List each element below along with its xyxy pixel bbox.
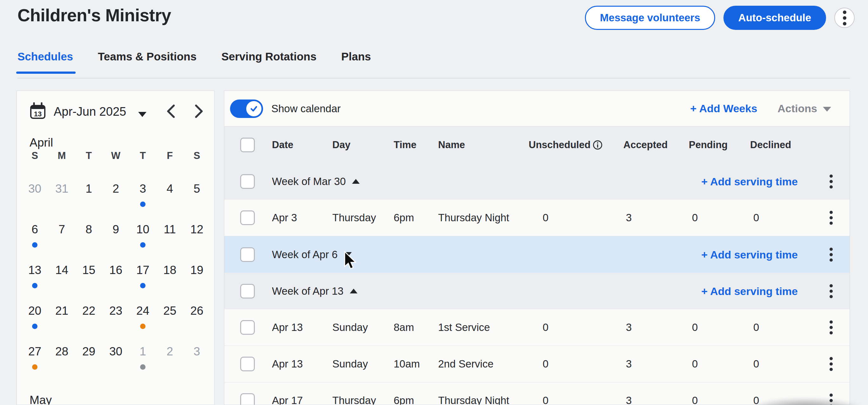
row-checkbox[interactable] <box>240 210 255 225</box>
calendar-day-cell[interactable]: 20 <box>21 302 48 343</box>
calendar-day-cell[interactable]: 1 <box>129 343 156 384</box>
cell-declined: 0 <box>753 358 759 370</box>
event-dot-placeholder <box>167 364 173 370</box>
row-menu-kebab-icon[interactable] <box>830 284 833 298</box>
row-menu-kebab-icon[interactable] <box>830 175 833 189</box>
row-checkbox[interactable] <box>240 393 255 405</box>
row-checkbox[interactable] <box>240 174 255 189</box>
week-label: Week of Apr 6 <box>272 249 338 261</box>
collapse-week-caret-icon[interactable] <box>350 289 358 293</box>
row-menu-kebab-icon[interactable] <box>830 248 833 262</box>
calendar-day-cell[interactable]: 3 <box>183 343 210 384</box>
next-range-button[interactable] <box>193 104 204 119</box>
date-range-selector[interactable]: Apr-Jun 2025 <box>54 105 126 119</box>
event-dot-placeholder <box>86 364 92 370</box>
calendar-day-cell[interactable]: 30 <box>21 180 48 221</box>
calendar-day-cell[interactable]: 12 <box>183 221 210 262</box>
column-header-accepted: Accepted <box>623 139 668 151</box>
cell-accepted: 3 <box>626 321 631 334</box>
kebab-vertical-icon <box>843 10 846 25</box>
event-dot-placeholder <box>113 364 119 370</box>
calendar-day-headers: SMTWTFS <box>21 150 210 162</box>
calendar-day-cell[interactable]: 24 <box>129 302 156 343</box>
tab-teams-positions[interactable]: Teams & Positions <box>98 50 197 74</box>
blue-event-dot <box>140 202 146 207</box>
info-circle-icon[interactable] <box>593 140 603 150</box>
calendar-day-cell[interactable]: 23 <box>102 302 129 343</box>
calendar-day-cell[interactable]: 3 <box>129 180 156 221</box>
calendar-day-cell[interactable]: 19 <box>183 262 210 302</box>
cell-pending: 0 <box>692 212 698 224</box>
row-checkbox[interactable] <box>240 284 255 298</box>
calendar-day-cell[interactable]: 8 <box>75 221 102 262</box>
calendar-day-number: 16 <box>102 262 129 279</box>
calendar-day-cell[interactable]: 29 <box>75 343 102 384</box>
row-checkbox[interactable] <box>240 357 255 371</box>
calendar-day-header: T <box>129 150 156 162</box>
calendar-day-cell[interactable]: 10 <box>129 221 156 262</box>
row-checkbox[interactable] <box>240 247 255 262</box>
calendar-day-cell[interactable]: 18 <box>156 262 183 302</box>
calendar-day-cell[interactable]: 14 <box>48 262 75 302</box>
calendar-day-cell[interactable]: 2 <box>102 180 129 221</box>
calendar-week-row: 27282930123 <box>21 343 210 384</box>
add-weeks-link[interactable]: + Add Weeks <box>690 103 757 115</box>
add-serving-time-link[interactable]: + Add serving time <box>701 285 798 297</box>
service-row[interactable]: Apr 3Thursday6pmThursday Night0300 <box>224 200 849 236</box>
add-serving-time-link[interactable]: + Add serving time <box>701 248 798 261</box>
service-row[interactable]: Apr 13Sunday10am2nd Service0300 <box>224 346 849 382</box>
service-row[interactable]: Apr 13Sunday8am1st Service0300 <box>224 309 849 346</box>
toggle-knob-check-icon <box>246 101 261 116</box>
calendar-day-cell[interactable]: 11 <box>156 221 183 262</box>
calendar-day-cell[interactable]: 15 <box>75 262 102 302</box>
prev-range-button[interactable] <box>165 104 176 119</box>
column-header-pending: Pending <box>689 139 727 151</box>
calendar-day-cell[interactable]: 5 <box>183 180 210 221</box>
orange-event-dot <box>140 324 146 329</box>
calendar-day-cell[interactable]: 6 <box>21 221 48 262</box>
message-volunteers-button[interactable]: Message volunteers <box>585 6 715 30</box>
show-calendar-toggle[interactable] <box>230 99 263 118</box>
calendar-day-cell[interactable]: 26 <box>183 302 210 343</box>
calendar-day-cell[interactable]: 13 <box>21 262 48 302</box>
calendar-day-cell[interactable]: 9 <box>102 221 129 262</box>
event-dot-placeholder <box>86 283 92 288</box>
calendar-day-number: 3 <box>129 180 156 197</box>
calendar-day-cell[interactable]: 25 <box>156 302 183 343</box>
week-header-row[interactable]: Week of Apr 13+ Add serving time <box>224 273 849 309</box>
calendar-day-cell[interactable]: 4 <box>156 180 183 221</box>
calendar-day-cell[interactable]: 31 <box>48 180 75 221</box>
event-dot-placeholder <box>194 364 199 370</box>
actions-dropdown[interactable]: Actions <box>777 103 831 115</box>
calendar-day-number: 15 <box>75 262 102 279</box>
cell-accepted: 3 <box>626 358 631 370</box>
row-menu-kebab-icon[interactable] <box>830 320 833 335</box>
row-checkbox[interactable] <box>240 320 255 335</box>
row-menu-kebab-icon[interactable] <box>830 211 833 225</box>
calendar-day-cell[interactable]: 21 <box>48 302 75 343</box>
calendar-day-cell[interactable]: 7 <box>48 221 75 262</box>
select-all-checkbox[interactable] <box>240 138 255 152</box>
week-header-row[interactable]: Week of Apr 6+ Add serving time <box>224 236 849 273</box>
calendar-day-cell[interactable]: 30 <box>102 343 129 384</box>
calendar-day-cell[interactable]: 27 <box>21 343 48 384</box>
tab-schedules[interactable]: Schedules <box>18 50 73 74</box>
calendar-day-number: 24 <box>129 302 156 319</box>
row-menu-kebab-icon[interactable] <box>830 357 833 371</box>
calendar-day-cell[interactable]: 2 <box>156 343 183 384</box>
more-options-button[interactable] <box>834 8 855 28</box>
event-dot-placeholder <box>113 283 119 288</box>
list-toolbar: Show calendar + Add Weeks Actions <box>224 91 849 126</box>
schedules-panel: Show calendar + Add Weeks Actions Date D… <box>224 91 850 405</box>
calendar-day-cell[interactable]: 17 <box>129 262 156 302</box>
auto-schedule-button[interactable]: Auto-schedule <box>723 6 826 30</box>
calendar-day-cell[interactable]: 28 <box>48 343 75 384</box>
calendar-day-cell[interactable]: 16 <box>102 262 129 302</box>
add-serving-time-link[interactable]: + Add serving time <box>701 175 798 187</box>
week-header-row[interactable]: Week of Mar 30+ Add serving time <box>224 163 849 200</box>
tab-plans[interactable]: Plans <box>341 50 371 74</box>
calendar-day-cell[interactable]: 22 <box>75 302 102 343</box>
collapse-week-caret-icon[interactable] <box>352 179 360 184</box>
calendar-day-cell[interactable]: 1 <box>75 180 102 221</box>
tab-serving-rotations[interactable]: Serving Rotations <box>221 50 316 74</box>
